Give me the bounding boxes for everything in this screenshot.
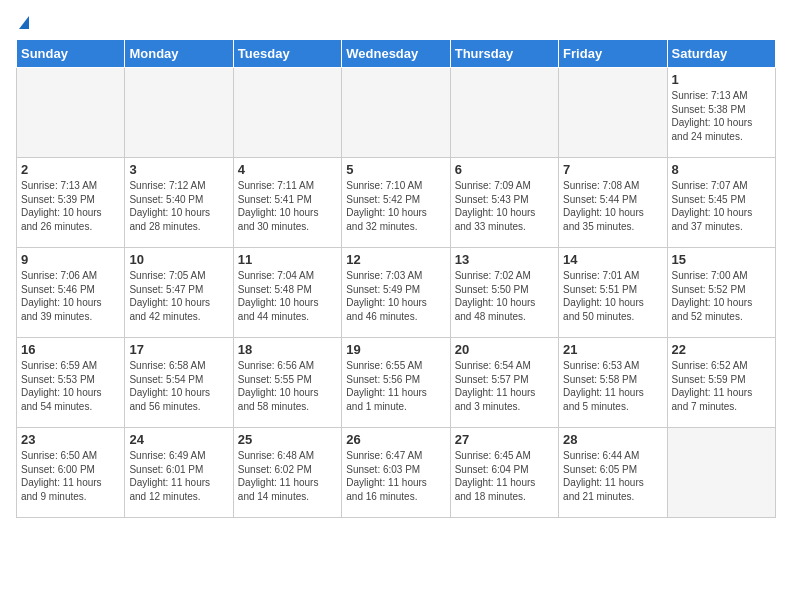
day-number: 8: [672, 162, 771, 177]
day-number: 9: [21, 252, 120, 267]
page-header: [16, 16, 776, 31]
calendar-cell: 25Sunrise: 6:48 AM Sunset: 6:02 PM Dayli…: [233, 428, 341, 518]
day-number: 27: [455, 432, 554, 447]
calendar-cell: 12Sunrise: 7:03 AM Sunset: 5:49 PM Dayli…: [342, 248, 450, 338]
day-number: 4: [238, 162, 337, 177]
calendar-cell: 13Sunrise: 7:02 AM Sunset: 5:50 PM Dayli…: [450, 248, 558, 338]
day-info: Sunrise: 7:00 AM Sunset: 5:52 PM Dayligh…: [672, 269, 771, 323]
day-number: 21: [563, 342, 662, 357]
day-number: 11: [238, 252, 337, 267]
day-number: 18: [238, 342, 337, 357]
day-info: Sunrise: 7:03 AM Sunset: 5:49 PM Dayligh…: [346, 269, 445, 323]
day-info: Sunrise: 7:10 AM Sunset: 5:42 PM Dayligh…: [346, 179, 445, 233]
calendar-cell: [17, 68, 125, 158]
weekday-header-monday: Monday: [125, 40, 233, 68]
calendar-cell: 17Sunrise: 6:58 AM Sunset: 5:54 PM Dayli…: [125, 338, 233, 428]
calendar-cell: 15Sunrise: 7:00 AM Sunset: 5:52 PM Dayli…: [667, 248, 775, 338]
calendar-cell: [667, 428, 775, 518]
calendar-cell: 26Sunrise: 6:47 AM Sunset: 6:03 PM Dayli…: [342, 428, 450, 518]
calendar-cell: 23Sunrise: 6:50 AM Sunset: 6:00 PM Dayli…: [17, 428, 125, 518]
day-number: 13: [455, 252, 554, 267]
calendar-cell: 1Sunrise: 7:13 AM Sunset: 5:38 PM Daylig…: [667, 68, 775, 158]
day-info: Sunrise: 7:07 AM Sunset: 5:45 PM Dayligh…: [672, 179, 771, 233]
day-info: Sunrise: 7:06 AM Sunset: 5:46 PM Dayligh…: [21, 269, 120, 323]
day-number: 22: [672, 342, 771, 357]
day-info: Sunrise: 7:04 AM Sunset: 5:48 PM Dayligh…: [238, 269, 337, 323]
calendar-cell: 3Sunrise: 7:12 AM Sunset: 5:40 PM Daylig…: [125, 158, 233, 248]
day-number: 28: [563, 432, 662, 447]
calendar-cell: 8Sunrise: 7:07 AM Sunset: 5:45 PM Daylig…: [667, 158, 775, 248]
calendar-cell: 28Sunrise: 6:44 AM Sunset: 6:05 PM Dayli…: [559, 428, 667, 518]
calendar-cell: 5Sunrise: 7:10 AM Sunset: 5:42 PM Daylig…: [342, 158, 450, 248]
calendar-cell: 11Sunrise: 7:04 AM Sunset: 5:48 PM Dayli…: [233, 248, 341, 338]
day-info: Sunrise: 7:05 AM Sunset: 5:47 PM Dayligh…: [129, 269, 228, 323]
day-number: 24: [129, 432, 228, 447]
calendar-week-row: 2Sunrise: 7:13 AM Sunset: 5:39 PM Daylig…: [17, 158, 776, 248]
calendar-cell: [233, 68, 341, 158]
day-number: 23: [21, 432, 120, 447]
day-info: Sunrise: 7:12 AM Sunset: 5:40 PM Dayligh…: [129, 179, 228, 233]
calendar-cell: [559, 68, 667, 158]
calendar-cell: 9Sunrise: 7:06 AM Sunset: 5:46 PM Daylig…: [17, 248, 125, 338]
calendar-cell: 21Sunrise: 6:53 AM Sunset: 5:58 PM Dayli…: [559, 338, 667, 428]
day-number: 25: [238, 432, 337, 447]
day-number: 10: [129, 252, 228, 267]
day-number: 7: [563, 162, 662, 177]
calendar-cell: 6Sunrise: 7:09 AM Sunset: 5:43 PM Daylig…: [450, 158, 558, 248]
logo: [16, 16, 29, 31]
weekday-header-thursday: Thursday: [450, 40, 558, 68]
calendar-cell: 24Sunrise: 6:49 AM Sunset: 6:01 PM Dayli…: [125, 428, 233, 518]
calendar-cell: 20Sunrise: 6:54 AM Sunset: 5:57 PM Dayli…: [450, 338, 558, 428]
day-info: Sunrise: 6:45 AM Sunset: 6:04 PM Dayligh…: [455, 449, 554, 503]
calendar-week-row: 23Sunrise: 6:50 AM Sunset: 6:00 PM Dayli…: [17, 428, 776, 518]
day-info: Sunrise: 6:55 AM Sunset: 5:56 PM Dayligh…: [346, 359, 445, 413]
weekday-header-friday: Friday: [559, 40, 667, 68]
day-info: Sunrise: 6:53 AM Sunset: 5:58 PM Dayligh…: [563, 359, 662, 413]
day-number: 6: [455, 162, 554, 177]
day-info: Sunrise: 6:44 AM Sunset: 6:05 PM Dayligh…: [563, 449, 662, 503]
day-info: Sunrise: 7:01 AM Sunset: 5:51 PM Dayligh…: [563, 269, 662, 323]
day-info: Sunrise: 6:59 AM Sunset: 5:53 PM Dayligh…: [21, 359, 120, 413]
day-number: 14: [563, 252, 662, 267]
calendar-header-row: SundayMondayTuesdayWednesdayThursdayFrid…: [17, 40, 776, 68]
day-number: 16: [21, 342, 120, 357]
calendar-cell: 10Sunrise: 7:05 AM Sunset: 5:47 PM Dayli…: [125, 248, 233, 338]
weekday-header-wednesday: Wednesday: [342, 40, 450, 68]
day-info: Sunrise: 7:11 AM Sunset: 5:41 PM Dayligh…: [238, 179, 337, 233]
day-number: 12: [346, 252, 445, 267]
day-info: Sunrise: 7:02 AM Sunset: 5:50 PM Dayligh…: [455, 269, 554, 323]
day-info: Sunrise: 7:13 AM Sunset: 5:39 PM Dayligh…: [21, 179, 120, 233]
day-info: Sunrise: 6:54 AM Sunset: 5:57 PM Dayligh…: [455, 359, 554, 413]
day-number: 20: [455, 342, 554, 357]
calendar-cell: 16Sunrise: 6:59 AM Sunset: 5:53 PM Dayli…: [17, 338, 125, 428]
weekday-header-tuesday: Tuesday: [233, 40, 341, 68]
calendar-week-row: 16Sunrise: 6:59 AM Sunset: 5:53 PM Dayli…: [17, 338, 776, 428]
calendar-cell: [125, 68, 233, 158]
day-info: Sunrise: 6:56 AM Sunset: 5:55 PM Dayligh…: [238, 359, 337, 413]
calendar-cell: 22Sunrise: 6:52 AM Sunset: 5:59 PM Dayli…: [667, 338, 775, 428]
calendar-cell: 19Sunrise: 6:55 AM Sunset: 5:56 PM Dayli…: [342, 338, 450, 428]
day-info: Sunrise: 7:08 AM Sunset: 5:44 PM Dayligh…: [563, 179, 662, 233]
day-info: Sunrise: 6:58 AM Sunset: 5:54 PM Dayligh…: [129, 359, 228, 413]
day-info: Sunrise: 6:50 AM Sunset: 6:00 PM Dayligh…: [21, 449, 120, 503]
calendar-cell: 14Sunrise: 7:01 AM Sunset: 5:51 PM Dayli…: [559, 248, 667, 338]
calendar-cell: 7Sunrise: 7:08 AM Sunset: 5:44 PM Daylig…: [559, 158, 667, 248]
day-number: 26: [346, 432, 445, 447]
calendar-cell: [342, 68, 450, 158]
logo-triangle-icon: [19, 16, 29, 29]
calendar-cell: 4Sunrise: 7:11 AM Sunset: 5:41 PM Daylig…: [233, 158, 341, 248]
calendar-week-row: 1Sunrise: 7:13 AM Sunset: 5:38 PM Daylig…: [17, 68, 776, 158]
day-number: 17: [129, 342, 228, 357]
day-number: 3: [129, 162, 228, 177]
day-info: Sunrise: 6:49 AM Sunset: 6:01 PM Dayligh…: [129, 449, 228, 503]
day-number: 2: [21, 162, 120, 177]
day-info: Sunrise: 7:09 AM Sunset: 5:43 PM Dayligh…: [455, 179, 554, 233]
weekday-header-saturday: Saturday: [667, 40, 775, 68]
day-number: 1: [672, 72, 771, 87]
calendar-cell: 2Sunrise: 7:13 AM Sunset: 5:39 PM Daylig…: [17, 158, 125, 248]
calendar-cell: 18Sunrise: 6:56 AM Sunset: 5:55 PM Dayli…: [233, 338, 341, 428]
day-info: Sunrise: 6:52 AM Sunset: 5:59 PM Dayligh…: [672, 359, 771, 413]
day-info: Sunrise: 6:48 AM Sunset: 6:02 PM Dayligh…: [238, 449, 337, 503]
day-info: Sunrise: 6:47 AM Sunset: 6:03 PM Dayligh…: [346, 449, 445, 503]
calendar-week-row: 9Sunrise: 7:06 AM Sunset: 5:46 PM Daylig…: [17, 248, 776, 338]
